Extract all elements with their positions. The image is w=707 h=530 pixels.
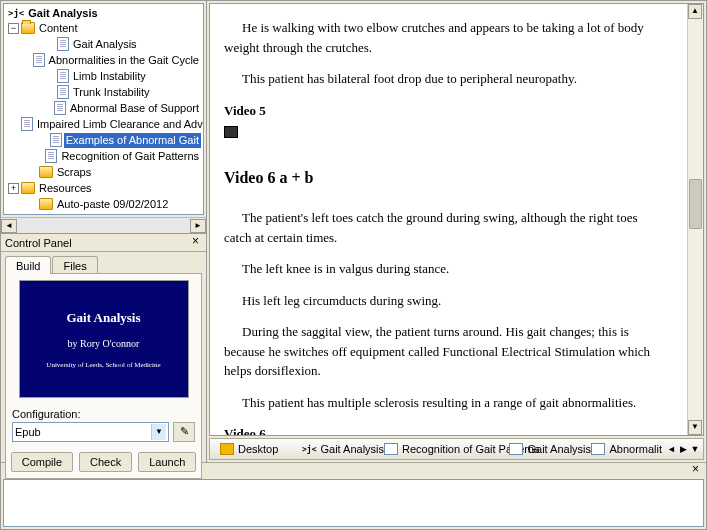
preview-title: Gait Analysis — [66, 310, 140, 326]
folder-icon — [21, 182, 35, 194]
taskbar-prev[interactable]: ◄ — [666, 441, 676, 457]
log-body[interactable] — [3, 479, 704, 527]
tree-folder-content[interactable]: − Content — [6, 20, 203, 36]
document-content[interactable]: He is walking with two elbow crutches an… — [210, 4, 687, 435]
scroll-thumb[interactable] — [689, 179, 702, 229]
file-icon — [21, 117, 33, 131]
tree-item[interactable]: Trunk Instability — [6, 84, 203, 100]
paragraph: This patient has multiple sclerosis resu… — [224, 393, 663, 413]
scroll-track[interactable] — [688, 19, 703, 420]
close-icon[interactable]: × — [689, 464, 702, 477]
check-button[interactable]: Check — [79, 452, 132, 472]
tree-item[interactable]: Gait Analysis — [6, 36, 203, 52]
scroll-up-button[interactable]: ▲ — [688, 4, 702, 19]
config-value: Epub — [15, 426, 41, 438]
paragraph: He is walking with two elbow crutches an… — [224, 18, 663, 57]
file-icon — [50, 133, 62, 147]
vertical-scrollbar[interactable]: ▲ ▼ — [687, 4, 703, 435]
paragraph: During the saggital view, the patient tu… — [224, 322, 663, 381]
heading-video6ab: Video 6 a + b — [224, 166, 663, 190]
app-icon: >j< — [8, 8, 24, 18]
tab-body: Gait Analysis by Rory O'connor Universit… — [5, 273, 202, 479]
task-item[interactable]: >j<Gait Analysis — [295, 440, 375, 458]
close-icon[interactable]: × — [189, 236, 202, 249]
tree-item-label: Content — [37, 21, 80, 36]
file-icon — [384, 443, 398, 455]
video-thumbnail[interactable] — [224, 126, 238, 138]
taskbar-next[interactable]: ▶ — [678, 441, 688, 457]
left-sidebar: >j< Gait Analysis − Content Gait Analysi… — [1, 1, 207, 462]
tab-files[interactable]: Files — [52, 256, 97, 274]
file-icon — [57, 85, 69, 99]
scroll-left-button[interactable]: ◄ — [1, 219, 17, 233]
paragraph: This patient has bilateral foot drop due… — [224, 69, 663, 89]
config-select[interactable]: Epub ▼ — [12, 422, 169, 442]
file-icon — [45, 149, 57, 163]
scroll-down-button[interactable]: ▼ — [688, 420, 702, 435]
preview-author: by Rory O'connor — [68, 338, 140, 349]
task-item[interactable]: Abnormalit — [584, 440, 664, 458]
task-item[interactable]: Recognition of Gait Patterns — [377, 440, 500, 458]
tree-panel: >j< Gait Analysis − Content Gait Analysi… — [1, 1, 206, 234]
tab-strip: Build Files — [1, 252, 206, 274]
document-taskbar: Desktop >j<Gait Analysis Recognition of … — [209, 438, 704, 460]
desktop-icon — [220, 443, 234, 455]
right-pane: He is walking with two elbow crutches an… — [207, 1, 706, 462]
tree-root-label: Gait Analysis — [28, 7, 97, 19]
tree-folder-resources[interactable]: +Resources — [6, 180, 203, 196]
chevron-down-icon: ▼ — [151, 424, 166, 440]
file-icon — [33, 53, 45, 67]
tree-item-selected[interactable]: Examples of Abnormal Gait — [6, 132, 203, 148]
folder-icon — [21, 22, 35, 34]
tree-folder-autopaste[interactable]: Auto-paste 09/02/2012 — [6, 196, 203, 212]
tree-view[interactable]: >j< Gait Analysis − Content Gait Analysi… — [3, 3, 204, 215]
file-icon — [57, 37, 69, 51]
task-item[interactable]: Gait Analysis — [502, 440, 582, 458]
heading-video6: Video 6 — [224, 424, 663, 435]
control-panel-title: Control Panel — [5, 237, 72, 249]
file-icon — [57, 69, 69, 83]
tree-item[interactable]: Abnormal Base of Support — [6, 100, 203, 116]
file-icon — [591, 443, 605, 455]
folder-icon — [39, 166, 53, 178]
tree-root[interactable]: >j< Gait Analysis — [6, 6, 203, 20]
file-icon — [54, 101, 66, 115]
scroll-right-button[interactable]: ► — [190, 219, 206, 233]
taskbar-menu[interactable]: ▼ — [690, 441, 700, 457]
paragraph: The patient's left toes catch the ground… — [224, 208, 663, 247]
file-icon — [509, 443, 523, 455]
editor-area: He is walking with two elbow crutches an… — [209, 3, 704, 436]
app-window: >j< Gait Analysis − Content Gait Analysi… — [0, 0, 707, 530]
launch-button[interactable]: Launch — [138, 452, 196, 472]
tree-folder-scraps[interactable]: Scraps — [6, 164, 203, 180]
compile-button[interactable]: Compile — [11, 452, 73, 472]
expand-toggle[interactable]: + — [8, 183, 19, 194]
task-desktop[interactable]: Desktop — [213, 440, 293, 458]
folder-icon — [39, 198, 53, 210]
edit-config-button[interactable]: ✎ — [173, 422, 195, 442]
tree-item[interactable]: Impaired Limb Clearance and Advancem — [6, 116, 203, 132]
tab-build[interactable]: Build — [5, 256, 51, 274]
preview-org: University of Leeds, School of Medicine — [46, 361, 160, 369]
preview-thumbnail[interactable]: Gait Analysis by Rory O'connor Universit… — [19, 280, 189, 398]
expand-toggle[interactable]: − — [8, 23, 19, 34]
tree-item[interactable]: Limb Instability — [6, 68, 203, 84]
main-area: >j< Gait Analysis − Content Gait Analysi… — [1, 1, 706, 462]
tree-item[interactable]: Recognition of Gait Patterns — [6, 148, 203, 164]
tree-item[interactable]: Abnormalities in the Gait Cycle — [6, 52, 203, 68]
app-icon: >j< — [302, 445, 316, 454]
paragraph: His left leg circumducts during swing. — [224, 291, 663, 311]
horizontal-scrollbar[interactable]: ◄ ► — [1, 217, 206, 233]
control-panel-header: Control Panel × — [1, 234, 206, 252]
config-label: Configuration: — [12, 408, 195, 420]
paragraph: The left knee is in valgus during stance… — [224, 259, 663, 279]
heading-video5: Video 5 — [224, 101, 663, 121]
